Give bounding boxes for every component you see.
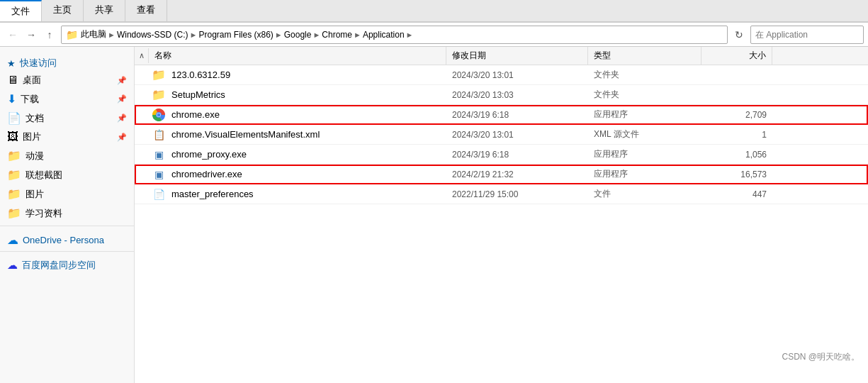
baidu-header[interactable]: ☁ 百度网盘同步空间: [0, 255, 134, 273]
xml-icon: 📋: [153, 129, 165, 140]
breadcrumb-chrome[interactable]: Chrome: [322, 30, 352, 40]
col-header-date[interactable]: 修改日期: [446, 47, 588, 65]
pin-icon-pic: 📌: [117, 133, 127, 142]
breadcrumb-drive[interactable]: Windows-SSD (C:): [117, 30, 188, 40]
cloud-icon: ☁: [7, 233, 18, 247]
breadcrumb-application[interactable]: Application: [363, 30, 405, 40]
address-folder-icon: 📁: [66, 29, 78, 40]
file-date: 2024/3/19 6:18: [446, 107, 588, 123]
file-icon: 📁: [149, 68, 169, 82]
file-list-container: ∧ 名称 修改日期 类型 大小 📁 123.0.6312.59 2024/3/2…: [135, 47, 868, 383]
col-header-type[interactable]: 类型: [588, 47, 701, 65]
sidebar-divider-2: [0, 251, 134, 252]
address-box[interactable]: 📁 此电脑 ► Windows-SSD (C:) ► Program Files…: [61, 26, 728, 44]
file-type: 应用程序: [588, 145, 701, 163]
exe-icon: ▣: [154, 149, 164, 160]
chrome-icon: [152, 109, 165, 121]
baidu-icon: ☁: [7, 259, 18, 272]
sidebar-item-anime[interactable]: 📁 动漫: [0, 146, 134, 165]
file-name: chrome.VisualElementsManifest.xml: [169, 126, 446, 143]
file-name: SetupMetrics: [169, 87, 446, 103]
search-input[interactable]: [750, 26, 864, 44]
tab-home[interactable]: 主页: [42, 0, 84, 21]
file-icon: 📄: [149, 189, 169, 200]
file-name: chrome_proxy.exe: [169, 146, 446, 162]
col-header-size[interactable]: 大小: [701, 47, 772, 65]
file-date: 2024/3/19 6:18: [446, 147, 588, 162]
file-type: 文件: [588, 185, 701, 203]
sidebar-item-download[interactable]: ⬇ 下载 📌: [0, 89, 134, 109]
address-controls: ↻: [731, 26, 748, 43]
breadcrumb: 此电脑 ► Windows-SSD (C:) ► Program Files (…: [81, 28, 723, 40]
folder-icon-study: 📁: [7, 206, 21, 220]
col-header-name[interactable]: 名称: [149, 47, 446, 65]
sep3: ►: [275, 30, 283, 39]
sidebar-item-pics[interactable]: 📁 图片: [0, 184, 134, 204]
sidebar-item-picture[interactable]: 🖼 图片 📌: [0, 128, 134, 146]
file-size: 16,573: [701, 167, 772, 182]
file-name: chrome.exe: [169, 106, 446, 123]
file-name: 123.0.6312.59: [169, 67, 446, 83]
sep4: ►: [312, 30, 320, 39]
pin-icon-dl: 📌: [117, 94, 127, 104]
file-icon: ▣: [149, 169, 169, 180]
folder-icon-ss: 📁: [7, 168, 21, 182]
tab-view[interactable]: 查看: [125, 0, 167, 21]
file-type: 文件夹: [588, 66, 701, 84]
forward-button[interactable]: →: [23, 26, 40, 43]
file-size: 1,056: [701, 147, 772, 162]
breadcrumb-pc[interactable]: 此电脑: [81, 28, 106, 40]
file-name: chromedriver.exe: [169, 166, 446, 182]
file-type: 应用程序: [588, 106, 701, 123]
sidebar-item-document[interactable]: 📄 文档 📌: [0, 109, 134, 128]
sep6: ►: [406, 30, 414, 39]
onedrive-header[interactable]: ☁ OneDrive - Persona: [0, 229, 134, 248]
folder-icon-anime: 📁: [7, 149, 21, 162]
file-size: 1: [701, 127, 772, 143]
ribbon-tabs: 文件 主页 共享 查看: [0, 0, 868, 22]
exe-icon: ▣: [154, 169, 164, 180]
file-type: XML 源文件: [588, 126, 701, 143]
breadcrumb-programfiles[interactable]: Program Files (x86): [198, 30, 273, 40]
table-row[interactable]: 📁 SetupMetrics 2024/3/20 13:03 文件夹: [135, 85, 868, 105]
table-row[interactable]: 📁 123.0.6312.59 2024/3/20 13:01 文件夹: [135, 65, 868, 85]
tab-share[interactable]: 共享: [84, 0, 125, 21]
table-row[interactable]: ▣ chrome_proxy.exe 2024/3/19 6:18 应用程序 1…: [135, 145, 868, 165]
sidebar-item-screenshot[interactable]: 📁 联想截图: [0, 165, 134, 184]
sidebar-divider-1: [0, 226, 134, 226]
tab-file[interactable]: 文件: [0, 0, 42, 21]
breadcrumb-google[interactable]: Google: [284, 30, 312, 40]
svg-point-3: [157, 113, 161, 116]
table-row[interactable]: 📄 master_preferences 2022/11/29 15:00 文件…: [135, 184, 868, 204]
refresh-button[interactable]: ↻: [731, 26, 748, 43]
file-date: 2024/3/20 13:01: [446, 127, 588, 143]
folder-icon: 📁: [152, 68, 166, 82]
up-button[interactable]: ↑: [41, 26, 58, 43]
back-button[interactable]: ←: [4, 26, 21, 43]
table-row[interactable]: ▣ chromedriver.exe 2024/2/19 21:32 应用程序 …: [135, 165, 868, 184]
folder-icon: 📁: [152, 88, 166, 101]
pin-icon: 📌: [117, 76, 127, 85]
file-date: 2024/3/20 13:03: [446, 87, 588, 103]
watermark: CSDN @明天吃啥。: [782, 351, 859, 363]
file-date: 2022/11/29 15:00: [446, 187, 588, 202]
file-icon: 📁: [149, 88, 169, 101]
nav-buttons: ← → ↑: [4, 26, 58, 43]
main-layout: ★ 快速访问 🖥 桌面 📌 ⬇ 下载 📌 📄 文档 📌 🖼 图片 📌 📁 动漫: [0, 47, 868, 383]
folder-icon-pics: 📁: [7, 187, 21, 201]
file-rows: 📁 123.0.6312.59 2024/3/20 13:01 文件夹 📁 Se…: [135, 65, 868, 204]
file-size: [701, 92, 772, 98]
file-date: 2024/3/20 13:01: [446, 67, 588, 83]
sep1: ►: [108, 30, 115, 39]
table-row[interactable]: 📋 chrome.VisualElementsManifest.xml 2024…: [135, 125, 868, 145]
sidebar-item-study[interactable]: 📁 学习资料: [0, 204, 134, 223]
file-name: master_preferences: [169, 186, 446, 202]
quick-access-header: ★ 快速访问: [0, 52, 134, 71]
sidebar-item-desktop[interactable]: 🖥 桌面 📌: [0, 71, 134, 89]
ribbon: 文件 主页 共享 查看: [0, 0, 868, 23]
file-size: [701, 72, 772, 78]
pin-icon-doc: 📌: [117, 113, 127, 123]
table-row[interactable]: chrome.exe 2024/3/19 6:18 应用程序 2,709: [135, 105, 868, 125]
file-date: 2024/2/19 21:32: [446, 167, 588, 182]
file-icon: ▣: [149, 149, 169, 160]
